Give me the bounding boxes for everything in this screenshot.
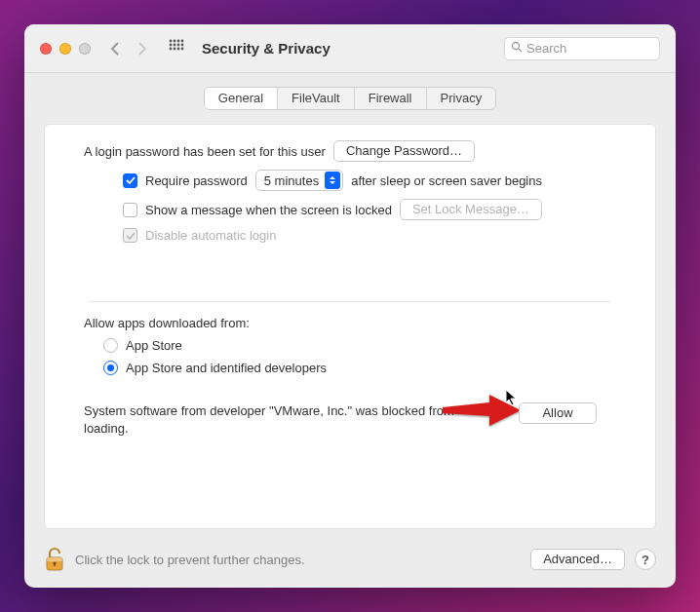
panel-divider xyxy=(90,301,610,302)
footer: Click the lock to prevent further change… xyxy=(24,539,676,588)
show-message-label: Show a message when the screen is locked xyxy=(145,203,392,217)
stepper-icon xyxy=(325,172,340,189)
svg-point-0 xyxy=(170,40,173,43)
preferences-window: Security & Privacy General FileVault Fir… xyxy=(24,24,676,588)
minimize-window-button[interactable] xyxy=(59,43,71,55)
svg-point-4 xyxy=(170,44,173,47)
tab-filevault[interactable]: FileVault xyxy=(278,88,355,109)
svg-point-12 xyxy=(513,43,520,50)
radio-identified-developers-label: App Store and identified developers xyxy=(126,361,327,375)
svg-point-10 xyxy=(177,48,180,51)
login-password-label: A login password has been set for this u… xyxy=(84,144,326,159)
tab-general[interactable]: General xyxy=(205,88,278,109)
window-title: Security & Privacy xyxy=(202,40,331,57)
downloads-header: Allow apps downloaded from: xyxy=(84,316,597,330)
set-lock-message-button: Set Lock Message… xyxy=(400,199,542,220)
svg-point-5 xyxy=(174,44,176,47)
svg-point-11 xyxy=(181,48,184,51)
svg-marker-15 xyxy=(506,390,516,405)
require-password-checkbox[interactable] xyxy=(123,173,137,188)
disable-auto-login-checkbox xyxy=(123,228,137,243)
cursor-icon xyxy=(505,389,519,406)
require-password-prefix: Require password xyxy=(145,173,248,188)
radio-identified-developers[interactable] xyxy=(103,361,118,375)
tab-firewall[interactable]: Firewall xyxy=(355,88,427,109)
require-password-suffix: after sleep or screen saver begins xyxy=(351,173,542,188)
require-password-delay-select[interactable]: 5 minutes xyxy=(255,170,343,191)
require-password-delay-value: 5 minutes xyxy=(264,173,319,188)
close-window-button[interactable] xyxy=(40,43,52,55)
segmented-control: General FileVault Firewall Privacy xyxy=(204,87,496,110)
svg-point-2 xyxy=(177,40,180,43)
advanced-button[interactable]: Advanced… xyxy=(530,549,625,570)
allow-button[interactable]: Allow xyxy=(519,402,597,424)
lock-icon[interactable] xyxy=(44,547,65,572)
lock-message: Click the lock to prevent further change… xyxy=(75,553,521,567)
change-password-button[interactable]: Change Password… xyxy=(333,140,475,162)
show-all-icon[interactable] xyxy=(169,39,184,57)
forward-button xyxy=(137,42,147,56)
show-message-checkbox[interactable] xyxy=(123,203,137,217)
search-icon xyxy=(511,41,523,56)
tab-privacy[interactable]: Privacy xyxy=(427,88,496,109)
blocked-software-text: System software from developer "VMware, … xyxy=(84,402,499,437)
svg-point-1 xyxy=(174,40,176,43)
svg-point-3 xyxy=(181,40,184,43)
svg-point-8 xyxy=(170,48,173,51)
window-controls xyxy=(40,43,91,55)
svg-rect-19 xyxy=(54,563,56,566)
search-field[interactable] xyxy=(504,37,660,60)
general-panel: A login password has been set for this u… xyxy=(44,124,656,529)
disable-auto-login-label: Disable automatic login xyxy=(145,228,276,243)
radio-app-store-label: App Store xyxy=(126,338,182,353)
search-input[interactable] xyxy=(526,41,676,56)
svg-rect-17 xyxy=(47,557,62,561)
zoom-window-button xyxy=(79,43,91,55)
svg-point-7 xyxy=(181,44,184,47)
svg-line-13 xyxy=(519,49,522,52)
nav-arrows xyxy=(110,42,147,56)
help-button[interactable]: ? xyxy=(635,549,656,570)
back-button[interactable] xyxy=(110,42,120,56)
svg-point-9 xyxy=(174,48,176,51)
radio-app-store[interactable] xyxy=(103,338,118,353)
titlebar: Security & Privacy xyxy=(24,24,676,73)
tabs-row: General FileVault Firewall Privacy xyxy=(24,73,676,118)
svg-point-6 xyxy=(177,44,180,47)
